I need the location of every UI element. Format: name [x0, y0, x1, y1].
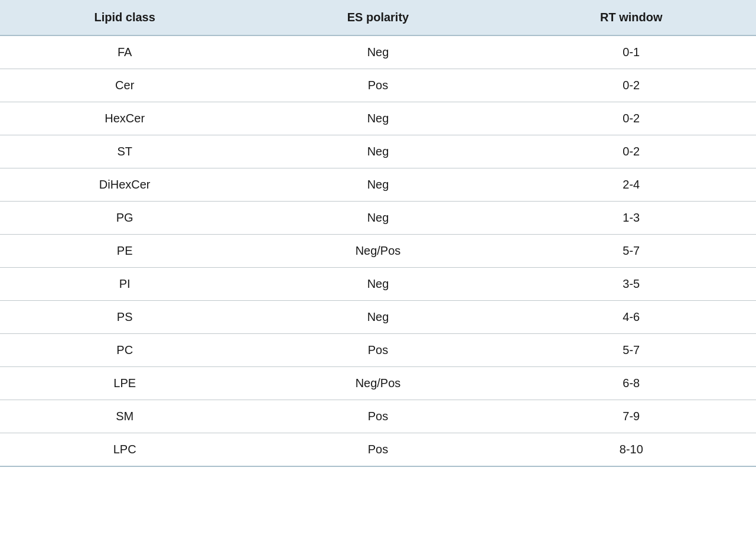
cell-rt-window: 0-2	[507, 69, 756, 102]
cell-lipid-class: LPC	[0, 433, 249, 467]
cell-rt-window: 2-4	[507, 168, 756, 202]
header-es-polarity: ES polarity	[249, 0, 506, 35]
cell-es-polarity: Neg	[249, 168, 506, 202]
cell-lipid-class: PS	[0, 301, 249, 334]
cell-lipid-class: PC	[0, 334, 249, 367]
table-row: LPENeg/Pos6-8	[0, 367, 756, 400]
cell-es-polarity: Neg	[249, 102, 506, 135]
lipid-table: Lipid class ES polarity RT window FANeg0…	[0, 0, 756, 467]
table-row: PSNeg4-6	[0, 301, 756, 334]
cell-rt-window: 8-10	[507, 433, 756, 467]
cell-lipid-class: PG	[0, 202, 249, 235]
cell-lipid-class: HexCer	[0, 102, 249, 135]
cell-rt-window: 0-1	[507, 35, 756, 69]
table-row: DiHexCerNeg2-4	[0, 168, 756, 202]
header-lipid-class: Lipid class	[0, 0, 249, 35]
cell-rt-window: 0-2	[507, 135, 756, 168]
cell-rt-window: 3-5	[507, 268, 756, 301]
table-wrapper: Lipid class ES polarity RT window FANeg0…	[0, 0, 756, 542]
cell-lipid-class: ST	[0, 135, 249, 168]
cell-es-polarity: Pos	[249, 433, 506, 467]
table-header-row: Lipid class ES polarity RT window	[0, 0, 756, 35]
cell-es-polarity: Neg	[249, 202, 506, 235]
cell-es-polarity: Pos	[249, 334, 506, 367]
cell-es-polarity: Neg	[249, 35, 506, 69]
cell-es-polarity: Neg/Pos	[249, 235, 506, 268]
table-row: PINeg3-5	[0, 268, 756, 301]
cell-es-polarity: Pos	[249, 400, 506, 433]
cell-es-polarity: Neg/Pos	[249, 367, 506, 400]
table-row: CerPos0-2	[0, 69, 756, 102]
cell-rt-window: 5-7	[507, 334, 756, 367]
cell-lipid-class: DiHexCer	[0, 168, 249, 202]
cell-lipid-class: LPE	[0, 367, 249, 400]
cell-rt-window: 4-6	[507, 301, 756, 334]
cell-rt-window: 7-9	[507, 400, 756, 433]
table-row: STNeg0-2	[0, 135, 756, 168]
table-row: PCPos5-7	[0, 334, 756, 367]
cell-es-polarity: Neg	[249, 268, 506, 301]
cell-es-polarity: Pos	[249, 69, 506, 102]
cell-rt-window: 6-8	[507, 367, 756, 400]
header-rt-window: RT window	[507, 0, 756, 35]
cell-es-polarity: Neg	[249, 135, 506, 168]
cell-rt-window: 1-3	[507, 202, 756, 235]
cell-rt-window: 0-2	[507, 102, 756, 135]
table-row: SMPos7-9	[0, 400, 756, 433]
cell-lipid-class: Cer	[0, 69, 249, 102]
table-row: PENeg/Pos5-7	[0, 235, 756, 268]
table-row: PGNeg1-3	[0, 202, 756, 235]
table-row: FANeg0-1	[0, 35, 756, 69]
cell-lipid-class: FA	[0, 35, 249, 69]
cell-rt-window: 5-7	[507, 235, 756, 268]
cell-es-polarity: Neg	[249, 301, 506, 334]
cell-lipid-class: SM	[0, 400, 249, 433]
cell-lipid-class: PI	[0, 268, 249, 301]
table-row: HexCerNeg0-2	[0, 102, 756, 135]
table-row: LPCPos8-10	[0, 433, 756, 467]
cell-lipid-class: PE	[0, 235, 249, 268]
